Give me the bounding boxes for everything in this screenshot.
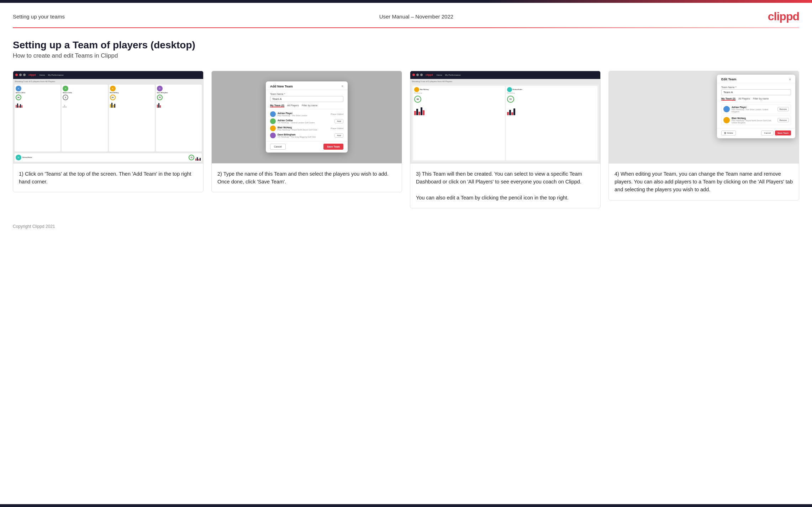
card-3-desc-1: 3) This Team will then be created. You c… [416, 171, 582, 185]
page-subtitle: How to create and edit Teams in Clippd [13, 52, 799, 59]
edit-modal-save-button[interactable]: Save Team [775, 130, 791, 135]
header-left: Setting up your teams [13, 14, 65, 20]
ss-home-3: Home [437, 74, 442, 76]
ss-bars-3 [110, 101, 154, 108]
ss-player-5-row: R Richard Butler 72 [15, 153, 202, 162]
edit-modal-delete-button[interactable]: 🗑 Delete [721, 130, 736, 135]
modal-save-button[interactable]: Save Team [323, 144, 343, 150]
modal-team-name-label: Team Name * [270, 93, 343, 95]
modal-add-btn-4[interactable]: Add [334, 133, 343, 138]
modal-player-club-4: 3.5 Handicap · The Greg Magging Golf Clu… [278, 136, 333, 138]
edit-modal-header: Edit Team × [717, 75, 795, 83]
ss-avatar-4: D [157, 86, 163, 91]
modal-title: Add New Team [270, 85, 293, 88]
edit-modal-footer: 🗑 Delete Cancel Save Team [717, 128, 795, 138]
modal-cancel-button[interactable]: Cancel [270, 144, 286, 150]
footer: Copyright Clippd 2021 [0, 217, 812, 233]
card-3-desc-2: You can also edit a Team by clicking the… [416, 195, 569, 201]
edit-modal-player-name-1: Adrian Player [732, 106, 776, 108]
ss-avatar-1: A [16, 86, 21, 91]
edit-modal-player-info-1: Adrian Player Plus Handicap · The Shire … [732, 106, 776, 113]
modal-add-btn-2[interactable]: Add [334, 119, 343, 123]
edit-modal-player-row-2: Blair McHarg Plus Handicap · Royal North… [721, 116, 791, 125]
edit-modal-player-info-2: Blair McHarg Plus Handicap · Royal North… [732, 117, 776, 124]
page-title: Setting up a Team of players (desktop) [13, 39, 799, 51]
modal-player-info-1: Adrian Player Plus Handicap · The Shire … [278, 112, 329, 117]
card-1-text: 1) Click on 'Teams' at the top of the sc… [13, 164, 203, 192]
ss3-score-2: 72 [507, 96, 514, 103]
modal-player-club-2: 1.5 Handicap · Central London Golf Centr… [278, 122, 333, 124]
ss3-avatar-1 [414, 87, 419, 92]
modal-header: Add New Team × [266, 81, 348, 90]
bottom-bar [0, 504, 812, 507]
modal-player-info-4: Dave Billingham 3.5 Handicap · The Greg … [278, 133, 333, 138]
modal-player-club-3: Plus Handicap · Royal North Devon Golf C… [278, 129, 329, 131]
dot-gray-3 [416, 74, 419, 76]
ss-bars-2 [63, 101, 106, 108]
modal-player-list: Adrian Player Plus Handicap · The Shire … [270, 111, 343, 138]
modal-tab-filter[interactable]: Filter by name [302, 104, 317, 107]
page-content: Setting up a Team of players (desktop) H… [0, 28, 812, 217]
card-3-text: 3) This Team will then be created. You c… [410, 164, 600, 208]
dot-red [15, 74, 18, 76]
edit-modal-actions: Cancel Save Team [761, 130, 791, 135]
edit-modal-player-row-1: Adrian Player Plus Handicap · The Shire … [721, 105, 791, 114]
logo: clippd [768, 10, 799, 23]
edit-modal-tab-allplayers[interactable]: All Players [738, 97, 750, 101]
edit-modal-avatar-1 [723, 106, 730, 112]
modal-player-name-1: Adrian Player [278, 112, 329, 114]
add-new-team-modal: Add New Team × Team Name * Team A My Tea… [266, 81, 348, 153]
modal-close-icon[interactable]: × [341, 84, 343, 88]
ss-name-2: Adrian Coliba [63, 92, 106, 94]
ss-score-5: 72 [189, 155, 194, 160]
ss-filter-label: Showing 5 out of 5 players from All Play… [15, 80, 202, 82]
ss3-score-1: 95 [414, 96, 421, 103]
edit-modal-tab-filter[interactable]: Filter by name [753, 97, 769, 101]
edit-modal-close-icon[interactable]: × [789, 78, 791, 81]
edit-modal-tabs: My Team (2) All Players Filter by name [721, 97, 791, 102]
card-1-screenshot: clippd Home My Performance Showing 5 out… [13, 71, 203, 164]
ss-avatar-5: R [16, 155, 21, 160]
modal-player-row-1: Adrian Player Plus Handicap · The Shire … [270, 111, 343, 117]
ss-score-3: 94 [110, 95, 116, 100]
modal-player-name-3: Blair McHarg [278, 126, 329, 129]
edit-modal-body: Team Name * Team A My Team (2) All Playe… [717, 83, 795, 128]
ss-bars-4 [157, 101, 201, 108]
ss-score-4: 78 [157, 95, 163, 100]
ss3-bars-2 [507, 105, 515, 115]
ss-logo: clippd [28, 74, 36, 76]
modal-tabs: My Team (2) All Players Filter by name [270, 104, 343, 109]
ss3-name-1: Blair McHarg [420, 89, 429, 90]
edit-modal-tab-myteam[interactable]: My Team (2) [721, 97, 735, 101]
ss-teams-3: My Performance [445, 74, 461, 76]
modal-player-action-3: Player Added [331, 127, 343, 129]
card-4-screenshot: Edit Team × Team Name * Team A My Team (… [609, 71, 799, 164]
modal-body: Team Name * Team A My Team (2) All Playe… [266, 90, 348, 141]
ss-name-1: Adrian Collins [16, 92, 59, 94]
ss-teams: My Performance [48, 74, 64, 76]
modal-avatar-1 [270, 111, 276, 117]
edit-modal-cancel-button[interactable]: Cancel [761, 130, 774, 135]
ss-home: Home [39, 74, 45, 76]
modal-team-name-input[interactable]: Team A [270, 96, 343, 102]
ss3-avatar-2 [507, 87, 512, 92]
edit-modal-remove-btn-1[interactable]: Remove [777, 107, 789, 111]
ss-filter-label-3: Showing 5 out of 5 players from All Play… [412, 80, 599, 82]
modal-tab-myteam[interactable]: My Team (2) [270, 104, 284, 107]
ss-logo-3: clippd [426, 74, 433, 76]
edit-modal-player-list: Adrian Player Plus Handicap · The Shire … [721, 105, 791, 125]
edit-modal-input[interactable]: Team A [721, 89, 791, 95]
card-4: Edit Team × Team Name * Team A My Team (… [608, 71, 799, 201]
edit-team-modal: Edit Team × Team Name * Team A My Team (… [717, 75, 795, 138]
ss3-name-2: Richard Butler [513, 89, 523, 90]
card-3-screenshot: clippd Home My Performance Showing 5 out… [410, 71, 600, 164]
dot-gray2 [23, 74, 26, 76]
card-4-text: 4) When editing your Team, you can chang… [609, 164, 799, 200]
card-2-text: 2) Type the name of this Team and then s… [212, 164, 402, 192]
modal-player-club-1: Plus Handicap · The Shire London [278, 114, 329, 117]
edit-modal-remove-btn-2[interactable]: Remove [777, 118, 789, 122]
edit-modal-label: Team Name * [721, 86, 791, 89]
modal-tab-allplayers[interactable]: All Players [287, 104, 299, 107]
ss-bars-5 [195, 154, 201, 161]
modal-avatar-2 [270, 118, 276, 124]
